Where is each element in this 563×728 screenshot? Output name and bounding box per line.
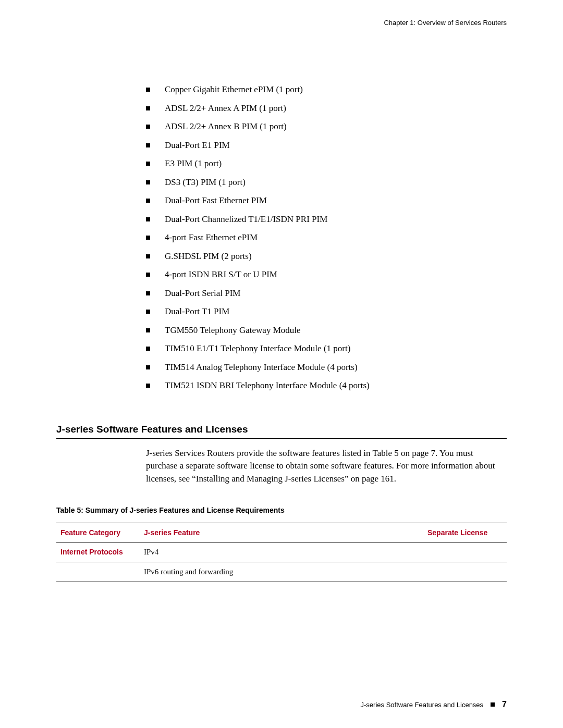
section-paragraph: J-series Services Routers provide the so… (146, 447, 507, 486)
bullet-text: Dual-Port Fast Ethernet PIM (165, 194, 267, 207)
list-item: 4-port ISDN BRI S/T or U PIM (146, 268, 507, 281)
bullet-text: Dual-Port Serial PIM (165, 287, 240, 300)
bullet-icon (146, 199, 150, 203)
bullet-icon (146, 254, 150, 258)
bullet-icon (146, 180, 150, 184)
bullet-text: Dual-Port E1 PIM (165, 139, 230, 152)
cell-category (56, 562, 140, 582)
bullet-icon (146, 384, 150, 388)
section-heading: J-series Software Features and Licenses (56, 424, 507, 435)
square-icon (491, 702, 495, 707)
list-item: Dual-Port T1 PIM (146, 305, 507, 318)
list-item: TIM521 ISDN BRI Telephony Interface Modu… (146, 379, 507, 392)
pim-bullet-list: Copper Gigabit Ethernet ePIM (1 port) AD… (146, 83, 507, 392)
bullet-text: TIM514 Analog Telephony Interface Module… (165, 361, 358, 374)
bullet-icon (146, 162, 150, 166)
bullet-icon (146, 106, 150, 110)
table-header-row: Feature Category J-series Feature Separa… (56, 523, 507, 542)
bullet-icon (146, 125, 150, 129)
table-caption: Table 5: Summary of J-series Features an… (56, 506, 507, 514)
bullet-icon (146, 217, 150, 221)
page: Chapter 1: Overview of Services Routers … (0, 0, 563, 728)
footer-section: J-series Software Features and Licenses (361, 701, 484, 709)
bullet-icon (146, 365, 150, 369)
list-item: Dual-Port Fast Ethernet PIM (146, 194, 507, 207)
bullet-text: Dual-Port Channelized T1/E1/ISDN PRI PIM (165, 213, 327, 226)
bullet-icon (146, 328, 150, 332)
bullet-icon (146, 291, 150, 295)
bullet-text: 4-port Fast Ethernet ePIM (165, 231, 258, 244)
cell-feature: IPv4 (140, 542, 423, 562)
table-row: Internet Protocols IPv4 (56, 542, 507, 562)
list-item: TIM514 Analog Telephony Interface Module… (146, 361, 507, 374)
bullet-text: TIM521 ISDN BRI Telephony Interface Modu… (165, 379, 370, 392)
bullet-text: Copper Gigabit Ethernet ePIM (1 port) (165, 83, 303, 96)
bullet-text: TGM550 Telephony Gateway Module (165, 324, 301, 337)
bullet-text: DS3 (T3) PIM (1 port) (165, 176, 246, 189)
bullet-text: ADSL 2/2+ Annex B PIM (1 port) (165, 120, 287, 133)
list-item: TIM510 E1/T1 Telephony Interface Module … (146, 342, 507, 355)
list-item: E3 PIM (1 port) (146, 157, 507, 170)
list-item: G.SHDSL PIM (2 ports) (146, 250, 507, 263)
bullet-text: Dual-Port T1 PIM (165, 305, 229, 318)
bullet-text: TIM510 E1/T1 Telephony Interface Module … (165, 342, 350, 355)
bullet-text: ADSL 2/2+ Annex A PIM (1 port) (165, 102, 286, 115)
bullet-icon (146, 347, 150, 351)
bullet-icon (146, 236, 150, 240)
chapter-header: Chapter 1: Overview of Services Routers (56, 19, 507, 27)
list-item: Copper Gigabit Ethernet ePIM (1 port) (146, 83, 507, 96)
cell-license (423, 542, 507, 562)
th-category: Feature Category (56, 523, 140, 542)
bullet-icon (146, 273, 150, 277)
bullet-text: 4-port ISDN BRI S/T or U PIM (165, 268, 277, 281)
page-footer: J-series Software Features and Licenses … (56, 700, 507, 709)
features-table: Feature Category J-series Feature Separa… (56, 523, 507, 582)
list-item: Dual-Port Serial PIM (146, 287, 507, 300)
page-number: 7 (502, 700, 507, 709)
th-feature: J-series Feature (140, 523, 423, 542)
cell-license (423, 562, 507, 582)
bullet-icon (146, 143, 150, 147)
th-license: Separate License (423, 523, 507, 542)
list-item: ADSL 2/2+ Annex A PIM (1 port) (146, 102, 507, 115)
cell-category: Internet Protocols (56, 542, 140, 562)
cell-feature: IPv6 routing and forwarding (140, 562, 423, 582)
table-row: IPv6 routing and forwarding (56, 562, 507, 582)
list-item: Dual-Port E1 PIM (146, 139, 507, 152)
list-item: TGM550 Telephony Gateway Module (146, 324, 507, 337)
bullet-icon (146, 310, 150, 314)
bullet-icon (146, 88, 150, 92)
bullet-text: G.SHDSL PIM (2 ports) (165, 250, 252, 263)
list-item: 4-port Fast Ethernet ePIM (146, 231, 507, 244)
bullet-text: E3 PIM (1 port) (165, 157, 222, 170)
section-rule (56, 438, 507, 439)
list-item: ADSL 2/2+ Annex B PIM (1 port) (146, 120, 507, 133)
list-item: Dual-Port Channelized T1/E1/ISDN PRI PIM (146, 213, 507, 226)
list-item: DS3 (T3) PIM (1 port) (146, 176, 507, 189)
